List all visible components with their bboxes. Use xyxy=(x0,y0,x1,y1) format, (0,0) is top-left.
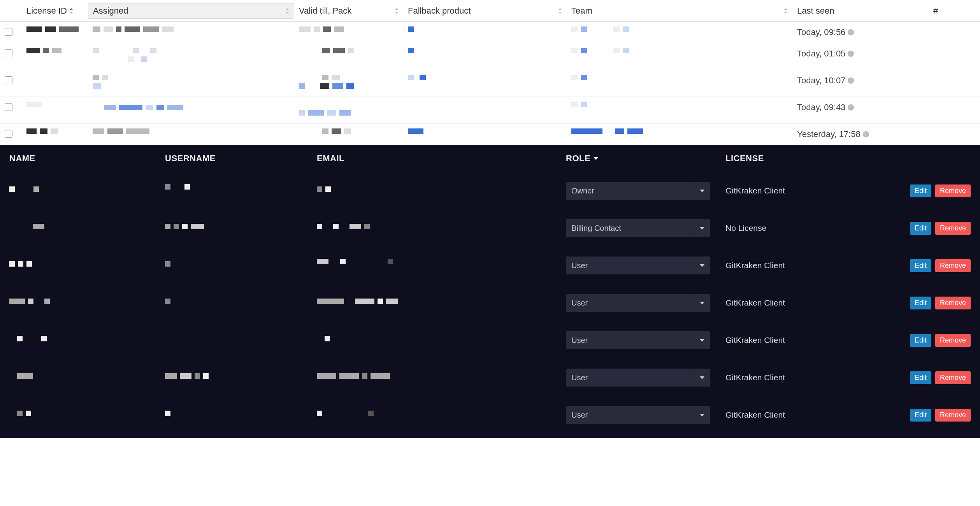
info-icon[interactable]: i xyxy=(848,104,854,111)
sort-icon xyxy=(395,8,399,14)
role-select-value: User xyxy=(571,299,588,307)
header-team[interactable]: Team xyxy=(567,6,792,16)
role-select-value: User xyxy=(571,411,588,420)
edit-button[interactable]: Edit xyxy=(910,409,931,422)
header-fallback[interactable]: Fallback product xyxy=(403,6,567,16)
row-checkbox[interactable] xyxy=(5,103,12,111)
user-row: UserGitKraken ClientEditRemove xyxy=(0,396,980,434)
chevron-down-icon xyxy=(700,339,704,342)
user-row: UserGitKraken ClientEditRemove xyxy=(0,247,980,284)
user-email-cell xyxy=(312,259,561,272)
edit-button[interactable]: Edit xyxy=(910,184,931,197)
license-table-header: License ID Assigned Valid till, Pack Fal… xyxy=(0,0,980,22)
info-icon[interactable]: i xyxy=(848,77,854,84)
header-email-label: EMAIL xyxy=(317,153,344,163)
user-license-text: GitKraken Client xyxy=(725,186,785,195)
role-select[interactable]: User xyxy=(566,369,710,387)
user-username-cell xyxy=(160,184,312,197)
user-email-cell xyxy=(312,299,561,307)
sort-desc-icon xyxy=(594,157,598,160)
chevron-down-icon xyxy=(700,376,704,379)
header-valid-till-label: Valid till, Pack xyxy=(299,6,351,16)
user-username-cell xyxy=(160,339,312,342)
header-name-label: NAME xyxy=(9,153,35,163)
sort-icon xyxy=(285,8,289,14)
user-email-cell xyxy=(312,411,561,419)
role-select-value: User xyxy=(571,336,588,345)
chevron-down-icon xyxy=(700,264,704,267)
header-role-label: ROLE xyxy=(566,153,590,163)
user-row: Billing ContactNo LicenseEditRemove xyxy=(0,209,980,247)
remove-button[interactable]: Remove xyxy=(935,409,971,422)
role-select[interactable]: Owner xyxy=(566,182,710,200)
license-row: Today, 10:07i xyxy=(0,70,980,97)
header-valid-till[interactable]: Valid till, Pack xyxy=(294,6,403,16)
header-hash-label: # xyxy=(933,6,938,16)
role-select-value: Owner xyxy=(571,186,594,195)
user-name-cell xyxy=(5,261,160,270)
header-role[interactable]: ROLE xyxy=(561,153,721,163)
role-select-value: User xyxy=(571,373,588,382)
last-seen-text: Today, 09:43 xyxy=(797,102,845,112)
user-email-cell xyxy=(312,336,561,344)
chevron-down-icon xyxy=(700,302,704,304)
last-seen-text: Today, 09:56 xyxy=(797,27,845,37)
user-username-cell xyxy=(160,261,312,270)
user-name-cell xyxy=(5,336,160,344)
role-select[interactable]: User xyxy=(566,406,710,424)
user-license-text: GitKraken Client xyxy=(725,261,785,270)
role-select[interactable]: User xyxy=(566,331,710,349)
edit-button[interactable]: Edit xyxy=(910,371,931,384)
license-row: Today, 09:43i xyxy=(0,97,980,124)
header-username[interactable]: USERNAME xyxy=(160,153,312,163)
user-name-cell xyxy=(5,224,160,232)
user-license-text: No License xyxy=(725,223,766,232)
license-row: Yesterday, 17:58i xyxy=(0,124,980,145)
user-name-cell xyxy=(5,299,160,307)
user-username-cell xyxy=(160,373,312,382)
header-last-seen-label: Last seen xyxy=(797,6,834,16)
header-license-id[interactable]: License ID xyxy=(22,6,88,16)
edit-button[interactable]: Edit xyxy=(910,222,931,235)
info-icon[interactable]: i xyxy=(848,29,854,35)
user-row: OwnerGitKraken ClientEditRemove xyxy=(0,172,980,209)
header-assigned-label: Assigned xyxy=(93,6,128,16)
header-license-label: LICENSE xyxy=(725,153,764,163)
chevron-down-icon xyxy=(700,227,704,230)
remove-button[interactable]: Remove xyxy=(935,334,971,347)
user-row: UserGitKraken ClientEditRemove xyxy=(0,284,980,322)
remove-button[interactable]: Remove xyxy=(935,222,971,235)
header-assigned[interactable]: Assigned xyxy=(88,3,294,19)
role-select[interactable]: Billing Contact xyxy=(566,219,710,237)
info-icon[interactable]: i xyxy=(863,131,869,137)
user-row: UserGitKraken ClientEditRemove xyxy=(0,359,980,396)
row-checkbox[interactable] xyxy=(5,76,12,84)
header-last-seen[interactable]: Last seen xyxy=(792,6,929,16)
header-name[interactable]: NAME xyxy=(5,153,160,163)
header-team-label: Team xyxy=(571,6,592,16)
row-checkbox[interactable] xyxy=(5,28,12,36)
user-username-cell xyxy=(160,299,312,307)
edit-button[interactable]: Edit xyxy=(910,297,931,309)
sort-icon xyxy=(558,8,562,14)
edit-button[interactable]: Edit xyxy=(910,334,931,347)
remove-button[interactable]: Remove xyxy=(935,297,971,309)
user-name-cell xyxy=(5,411,160,419)
role-select[interactable]: User xyxy=(566,294,710,312)
header-hash[interactable]: # xyxy=(929,6,968,16)
header-license[interactable]: LICENSE xyxy=(721,153,904,163)
user-email-cell xyxy=(312,373,561,382)
remove-button[interactable]: Remove xyxy=(935,371,971,384)
info-icon[interactable]: i xyxy=(848,51,854,57)
remove-button[interactable]: Remove xyxy=(935,184,971,197)
role-select[interactable]: User xyxy=(566,257,710,274)
user-license-text: GitKraken Client xyxy=(725,410,785,419)
edit-button[interactable]: Edit xyxy=(910,259,931,272)
role-select-value: Billing Contact xyxy=(571,224,621,233)
user-row: UserGitKraken ClientEditRemove xyxy=(0,322,980,359)
user-license-text: GitKraken Client xyxy=(725,336,785,344)
remove-button[interactable]: Remove xyxy=(935,259,971,272)
header-email[interactable]: EMAIL xyxy=(312,153,561,163)
row-checkbox[interactable] xyxy=(5,49,12,57)
row-checkbox[interactable] xyxy=(5,130,12,138)
